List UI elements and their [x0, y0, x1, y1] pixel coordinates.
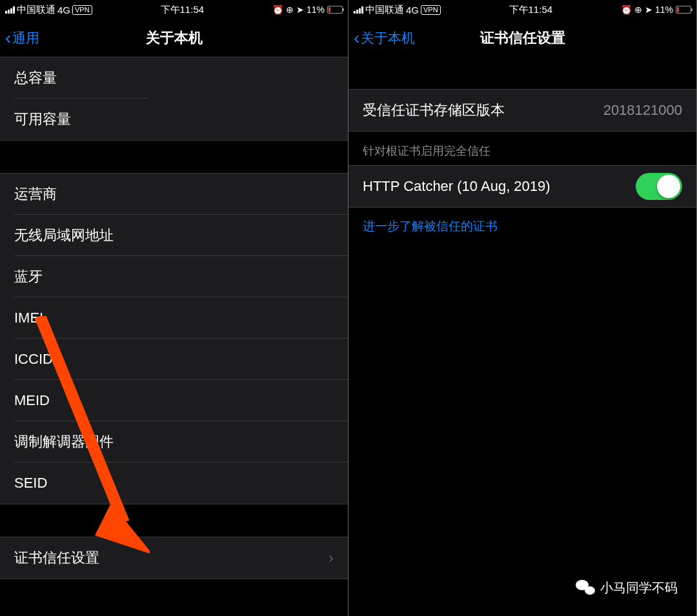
nav-bar: ‹ 关于本机 证书信任设置 — [348, 19, 696, 57]
iccid-row[interactable]: ICCID — [0, 339, 348, 380]
section-gap — [348, 57, 696, 89]
learn-more-link[interactable]: 进一步了解被信任的证书 — [348, 208, 696, 245]
total-capacity-row[interactable]: 总容量 — [0, 57, 348, 99]
status-right: ⏰ ⊕ ➤ 11% — [621, 5, 691, 15]
cert-name-label: HTTP Catcher (10 Aug, 2019) — [363, 178, 551, 195]
root-cert-section: HTTP Catcher (10 Aug, 2019) — [348, 165, 696, 208]
page-title: 关于本机 — [146, 28, 203, 48]
meid-row[interactable]: MEID — [0, 380, 348, 421]
imei-row[interactable]: IMEI — [0, 297, 348, 339]
available-capacity-label: 可用容量 — [14, 110, 71, 129]
battery-icon — [676, 6, 691, 14]
back-button[interactable]: ‹ 通用 — [5, 29, 39, 47]
device-info-section: 运营商 无线局域网地址 蓝牙 IMEI ICCID MEID 调制解调器固件 S… — [0, 173, 348, 504]
lock-rotation-icon: ⊕ — [286, 5, 294, 15]
http-catcher-cert-row[interactable]: HTTP Catcher (10 Aug, 2019) — [348, 166, 696, 207]
section-gap — [0, 141, 348, 173]
status-bar: 中国联通 4G VPN 下午11:54 ⏰ ⊕ ➤ 11% — [0, 0, 348, 19]
full-trust-section-header: 针对根证书启用完全信任 — [348, 132, 696, 165]
battery-percent: 11% — [655, 5, 673, 15]
chevron-left-icon: ‹ — [354, 29, 359, 47]
carrier-label: 中国联通 — [17, 4, 56, 16]
capacity-section: 总容量 可用容量 — [0, 57, 348, 141]
signal-icon — [5, 6, 15, 14]
location-icon: ➤ — [296, 5, 304, 15]
signal-icon — [354, 6, 363, 14]
bluetooth-row[interactable]: 蓝牙 — [0, 256, 348, 297]
iccid-label: ICCID — [14, 351, 53, 368]
vpn-badge: VPN — [72, 5, 92, 15]
vpn-badge: VPN — [421, 5, 441, 15]
trust-store-label: 受信任证书存储区版本 — [363, 101, 505, 120]
carrier-row-label: 运营商 — [14, 184, 57, 204]
battery-percent: 11% — [307, 5, 325, 15]
page-title: 证书信任设置 — [480, 28, 565, 48]
nav-bar: ‹ 通用 关于本机 — [0, 19, 348, 57]
status-time: 下午11:54 — [161, 4, 205, 16]
modem-firmware-row[interactable]: 调制解调器固件 — [0, 421, 348, 462]
left-phone-screen: 中国联通 4G VPN 下午11:54 ⏰ ⊕ ➤ 11% ‹ 通用 关于本机 … — [0, 0, 348, 616]
meid-label: MEID — [14, 392, 50, 409]
status-time: 下午11:54 — [509, 4, 553, 16]
watermark: 小马同学不码 — [576, 579, 678, 597]
carrier-row[interactable]: 运营商 — [0, 174, 348, 215]
cert-section: 证书信任设置 › — [0, 537, 348, 579]
status-bar: 中国联通 4G VPN 下午11:54 ⏰ ⊕ ➤ 11% — [348, 0, 696, 19]
battery-icon — [327, 6, 343, 14]
trust-store-version-row[interactable]: 受信任证书存储区版本 2018121000 — [348, 90, 696, 131]
network-label: 4G — [57, 5, 70, 15]
wifi-address-label: 无线局域网地址 — [14, 226, 114, 245]
wifi-address-row[interactable]: 无线局域网地址 — [0, 215, 348, 256]
alarm-icon: ⏰ — [272, 5, 283, 15]
cert-trust-label: 证书信任设置 — [14, 548, 99, 568]
wechat-icon — [576, 580, 595, 596]
status-left: 中国联通 4G VPN — [354, 4, 441, 16]
status-right: ⏰ ⊕ ➤ 11% — [272, 5, 343, 15]
trust-store-section: 受信任证书存储区版本 2018121000 — [348, 89, 696, 132]
bluetooth-label: 蓝牙 — [14, 267, 43, 286]
seid-label: SEID — [14, 475, 47, 492]
watermark-text: 小马同学不码 — [600, 579, 678, 597]
alarm-icon: ⏰ — [621, 5, 632, 15]
imei-label: IMEI — [14, 310, 43, 326]
total-capacity-label: 总容量 — [14, 68, 57, 88]
section-gap — [0, 504, 348, 537]
cert-trust-toggle[interactable] — [636, 173, 682, 200]
status-left: 中国联通 4G VPN — [5, 4, 92, 16]
carrier-label: 中国联通 — [365, 4, 404, 16]
chevron-left-icon: ‹ — [5, 29, 11, 47]
lock-rotation-icon: ⊕ — [634, 5, 642, 15]
trust-store-version: 2018121000 — [603, 102, 682, 119]
back-label: 关于本机 — [361, 29, 415, 47]
back-label: 通用 — [12, 29, 39, 47]
modem-firmware-label: 调制解调器固件 — [14, 432, 114, 452]
available-capacity-row[interactable]: 可用容量 — [0, 99, 348, 140]
right-phone-screen: 中国联通 4G VPN 下午11:54 ⏰ ⊕ ➤ 11% ‹ 关于本机 证书信… — [348, 0, 697, 616]
seid-row[interactable]: SEID — [0, 462, 348, 504]
location-icon: ➤ — [645, 5, 652, 15]
chevron-right-icon: › — [328, 549, 334, 567]
network-label: 4G — [406, 5, 419, 15]
back-button[interactable]: ‹ 关于本机 — [354, 29, 415, 47]
cert-trust-row[interactable]: 证书信任设置 › — [0, 537, 348, 579]
